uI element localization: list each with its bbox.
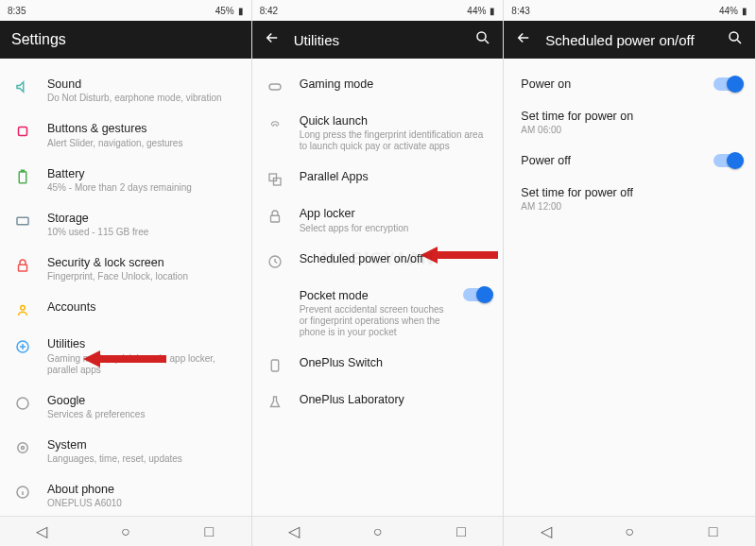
nav-recents[interactable]: □ [455,525,468,538]
status-time: 8:43 [511,6,529,16]
svg-rect-4 [19,264,27,271]
nav-home[interactable]: ○ [119,525,132,538]
svg-rect-18 [271,360,279,371]
item-title: Google [47,393,240,408]
utilities-item-switch[interactable]: OnePlus Switch [252,347,504,384]
utilities-item-lab[interactable]: OnePlus Laboratory [252,384,504,420]
settings-item-storage[interactable]: Storage10% used - 115 GB free [0,202,251,247]
settings-list[interactable]: SoundDo Not Disturb, earphone mode, vibr… [0,59,251,516]
utilities-item-pocket[interactable]: Pocket modePrevent accidental screen tou… [252,280,504,347]
nav-back[interactable]: ◁ [287,525,301,538]
item-title: Security & lock screen [47,255,240,270]
item-title: Accounts [47,299,240,315]
item-title: Gaming mode [300,77,492,92]
settings-item-utilities[interactable]: UtilitiesGaming mode, quick launch, app … [0,328,251,384]
item-title: App locker [300,206,492,221]
utilities-screen: 8:42 44% ▮ Utilities Gaming mode Quick l… [252,0,505,546]
info-icon [13,483,32,502]
nav-bar: ◁ ○ □ [0,516,251,546]
power-on-toggle[interactable] [713,77,742,91]
utilities-item-applocker[interactable]: App lockerSelect apps for encryption [252,197,504,242]
buttons-icon [13,122,32,141]
settings-item-security[interactable]: Security & lock screenFingerprint, Face … [0,247,251,291]
item-title: Parallel Apps [300,169,492,184]
item-title: Set time for power off [521,186,742,199]
power-off-toggle[interactable] [713,154,742,167]
settings-item-battery[interactable]: Battery45% - More than 2 days remaining [0,158,251,202]
item-subtitle: Select apps for encryption [300,223,492,234]
item-subtitle: Fingerprint, Face Unlock, location [47,271,240,282]
battery-icon: ▮ [742,6,747,16]
item-title: Utilities [47,336,240,351]
svg-rect-3 [17,217,28,225]
svg-point-12 [477,32,486,41]
status-right: 44% ▮ [719,6,747,16]
status-bar: 8:35 45% ▮ [0,0,251,21]
svg-rect-0 [19,128,27,136]
battery-icon: ▮ [490,6,495,16]
settings-item-system[interactable]: SystemLanguages, time, reset, updates [0,429,251,473]
item-title: Power on [521,77,713,91]
scheduled-power-screen: 8:43 44% ▮ Scheduled power on/off Power … [504,0,756,546]
power-off-row[interactable]: Power off [504,145,755,177]
utilities-item-parallel[interactable]: Parallel Apps [252,161,504,197]
utilities-item-quicklaunch[interactable]: Quick launchLong press the fingerprint i… [252,105,504,161]
svg-point-20 [730,32,738,41]
nav-back[interactable]: ◁ [540,525,553,538]
settings-item-accounts[interactable]: Accounts [0,291,251,328]
back-icon[interactable] [264,29,281,50]
item-title: Set time for power on [521,110,742,123]
battery-icon [13,167,32,186]
settings-item-sound[interactable]: SoundDo Not Disturb, earphone mode, vibr… [0,68,251,112]
settings-item-google[interactable]: GoogleServices & preferences [0,384,251,429]
item-title: Battery [47,166,240,181]
lock-icon [266,207,284,226]
status-bar: 8:42 44% ▮ [252,0,504,21]
storage-icon [13,212,32,230]
item-title: OnePlus Switch [300,355,492,370]
accounts-icon [13,300,32,319]
nav-recents[interactable]: □ [707,525,720,538]
item-title: Quick launch [300,113,492,128]
page-title: Scheduled power on/off [545,32,713,48]
nav-bar: ◁ ○ □ [252,516,504,546]
power-on-row[interactable]: Power on [504,68,755,100]
power-on-time-row[interactable]: Set time for power onAM 06:00 [504,100,755,145]
watermark: MOBIGYAAN [321,249,434,269]
nav-home[interactable]: ○ [370,525,384,538]
pocket-icon [266,289,284,308]
item-title: Power off [521,154,713,167]
item-title: Storage [47,211,240,226]
item-title: System [47,437,240,452]
lock-icon [13,256,32,275]
item-subtitle: ONEPLUS A6010 [47,498,240,509]
settings-item-about[interactable]: About phoneONEPLUS A6010 [0,473,251,516]
clock-icon [266,252,284,271]
google-icon [13,394,32,413]
battery-icon: ▮ [238,6,244,16]
svg-rect-2 [22,170,25,172]
parallel-icon [266,170,284,189]
search-icon[interactable] [474,29,491,50]
settings-screen: 8:35 45% ▮ Settings SoundDo Not Disturb,… [0,0,252,546]
schedule-settings: Power on Set time for power onAM 06:00 P… [504,59,755,516]
battery-percent: 44% [467,6,486,16]
item-subtitle: AM 06:00 [521,125,742,135]
search-icon[interactable] [727,29,744,50]
fingerprint-icon [266,114,284,133]
status-right: 45% ▮ [215,6,244,16]
svg-point-7 [17,398,28,409]
power-off-time-row[interactable]: Set time for power offAM 12:00 [504,177,755,221]
back-icon[interactable] [515,29,532,50]
utilities-list[interactable]: Gaming mode Quick launchLong press the f… [252,59,504,516]
item-title: About phone [47,482,240,497]
item-subtitle: 10% used - 115 GB free [47,227,240,238]
pocket-mode-toggle[interactable] [463,288,491,301]
nav-back[interactable]: ◁ [35,525,48,538]
utilities-item-gaming[interactable]: Gaming mode [252,68,504,105]
settings-item-buttons[interactable]: Buttons & gesturesAlert Slider, navigati… [0,112,251,157]
svg-rect-13 [269,84,281,90]
nav-home[interactable]: ○ [623,525,636,538]
item-title: OnePlus Laboratory [300,392,492,407]
nav-recents[interactable]: □ [202,525,215,538]
